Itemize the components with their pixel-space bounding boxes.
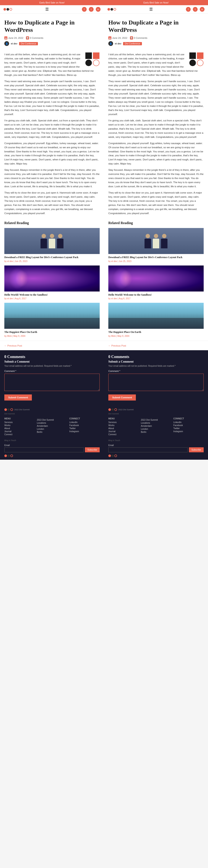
post-tag-left: Divi Conference [19,42,38,45]
footer-link-amsterdam-left[interactable]: Amsterdam [37,425,67,427]
footer-link-london-left[interactable]: London [37,428,67,430]
author-avatar-left: 👤 [4,41,9,46]
prev-post-link-right[interactable]: ← Previous Post [108,344,126,347]
prev-post-right: ← Previous Post [104,341,208,350]
banner-text-right: Early Bird Sale on Now! [143,1,169,4]
footer-link-connect-left[interactable]: Connect [4,433,35,436]
footer-bottom-left: Divi Summit [4,413,100,415]
person-2-left [49,234,55,248]
footer-grid-left: Menu Services Works About Journal Connec… [4,417,100,436]
footer-circle-r2 [111,408,114,411]
footer-twitter-right[interactable]: Twitter [173,427,204,430]
footer-link-berlin-right[interactable]: Berlin [141,431,171,433]
hamburger-icon-left[interactable]: ☰ [45,7,49,12]
footer-social-title-right: Connect [173,417,204,420]
footer-link-locations-left[interactable]: Locations [37,422,67,424]
footer-link-connect-right[interactable]: Connect [108,433,139,436]
deco-shapes-right [189,53,204,66]
person-silhouette-left [40,234,63,248]
footer-bot-circle-1 [4,455,7,457]
footer-bot-circle-r3 [114,455,117,457]
footer-link-summit-right[interactable]: 2022 Divi Summit [141,419,171,421]
logo-circle-r2 [111,8,113,11]
date-item-right: 📅 June 24, 2022 [108,36,127,39]
footer-link-journal-left[interactable]: Journal [4,430,35,433]
author-name-left: et dev [11,42,17,45]
nav-fb-icon-r[interactable]: f [186,7,191,12]
nav-tw-icon[interactable]: t [89,7,94,12]
card-img-3-right [108,303,204,329]
footer-link-journal-right[interactable]: Journal [108,430,139,433]
footer-twitter-left[interactable]: Twitter [69,427,100,430]
footer-link-amsterdam-right[interactable]: Amsterdam [141,425,171,427]
article-p2-right: They never said winning was easy. Some p… [108,79,204,116]
nav-ig-icon[interactable]: in [96,7,100,12]
article-p2-left: They never said winning was easy. Some p… [4,79,100,116]
deco-sq-2 [93,53,99,59]
card-title-1-left: Download a FREE Blog Layout for Divi's C… [4,256,100,259]
person-head-r3 [162,234,167,238]
person-silhouette-right [145,234,168,248]
person-3-right [161,234,168,248]
article-p5-left: Stay focused. Always remember in the jun… [4,168,100,189]
footer-logo-circles-right [108,408,117,411]
nav-ig-icon-r[interactable]: in [200,7,205,12]
top-banner-right: Early Bird Sale on Now! [104,0,208,5]
footer-link-works-left[interactable]: Works [4,424,35,427]
footer-link-summit-left[interactable]: 2022 Divi Summit [37,419,67,421]
post-date-left: June 24, 2022 [8,37,23,39]
footer-link-berlin-left[interactable]: Berlin [37,431,67,433]
comment-textarea-left[interactable] [4,374,100,391]
submit-btn-right[interactable]: Submit Comment [108,395,136,401]
prev-post-left: ← Previous Post [0,341,104,350]
hero-right: How to Duplicate a Page in WordPress 📅 J… [104,14,208,53]
card-3-left: The Happiest Place On Earth by Mick | Ma… [4,303,100,337]
footer-instagram-left[interactable]: Instagram [69,430,100,433]
footer-col-company-left: 2022 Divi Summit Locations Amsterdam Lon… [37,417,67,436]
person-2-right [153,234,159,248]
footer-logo-text-left: 2022 Divi Summit [14,408,30,411]
footer-subscribe-btn-left[interactable]: Subscribe [85,447,100,452]
footer-link-locations-right[interactable]: Locations [141,422,171,424]
card-meta-2-right: by et dev | Aug 8, 2017 [108,297,204,300]
post-comments-left: 0 Comments [30,37,43,39]
nav-tw-icon-r[interactable]: t [193,7,198,12]
footer-link-services-right[interactable]: Services [108,421,139,424]
footer-facebook-right[interactable]: Facebook [173,424,204,427]
hamburger-icon-right[interactable]: ☰ [149,7,153,12]
footer-link-about-right[interactable]: About [108,427,139,430]
footer-email-input-left[interactable] [4,447,84,452]
person-head-r1 [146,234,150,238]
footer-col-menu-right: Menu Services Works About Journal Connec… [108,417,139,436]
hero-left: How to Duplicate a Page in WordPress 📅 J… [0,14,104,53]
footer-facebook-left[interactable]: Facebook [69,424,100,427]
card-1-left: Download a FREE Blog Layout for Divi's C… [4,228,100,262]
footer-linkedin-left[interactable]: LinkedIn [69,421,100,424]
footer-left: 2022 Divi Summit Divi Summit Menu Servic… [0,405,104,460]
person-1-left [40,234,47,248]
calendar-icon-left: 📅 [4,36,7,39]
submit-btn-left[interactable]: Submit Comment [4,395,32,401]
author-name-right: et dev [115,42,121,45]
footer-bot-circle-3 [10,455,13,457]
left-column: Early Bird Sale on Now! ☰ f t in How to … [0,0,104,460]
prev-post-link-left[interactable]: ← Previous Post [4,344,22,347]
footer-email-input-right[interactable] [108,447,188,452]
footer-link-services-left[interactable]: Services [4,421,35,424]
page-title-right: How to Duplicate a Page in WordPress [108,19,204,33]
footer-linkedin-right[interactable]: LinkedIn [173,421,204,424]
comments-right: 0 Comments Submit a Comment Your email a… [104,350,208,405]
footer-subscribe-btn-right[interactable]: Subscribe [189,447,204,452]
nav-fb-icon[interactable]: f [82,7,87,12]
comment-label-left: Comment * [4,370,100,372]
footer-email-row-right: Subscribe [108,447,204,452]
footer-bottom-logos-right [108,455,204,457]
comment-textarea-right[interactable] [108,374,204,391]
meta-row-left: 📅 June 24, 2022 💬 0 Comments [4,36,100,39]
footer-link-works-right[interactable]: Works [108,424,139,427]
article-left: I told you all this before, when you hav… [0,53,104,218]
footer-link-london-right[interactable]: London [141,428,171,430]
footer-link-about-left[interactable]: About [4,427,35,430]
logo-circle-1 [3,8,6,11]
footer-instagram-right[interactable]: Instagram [173,430,204,433]
